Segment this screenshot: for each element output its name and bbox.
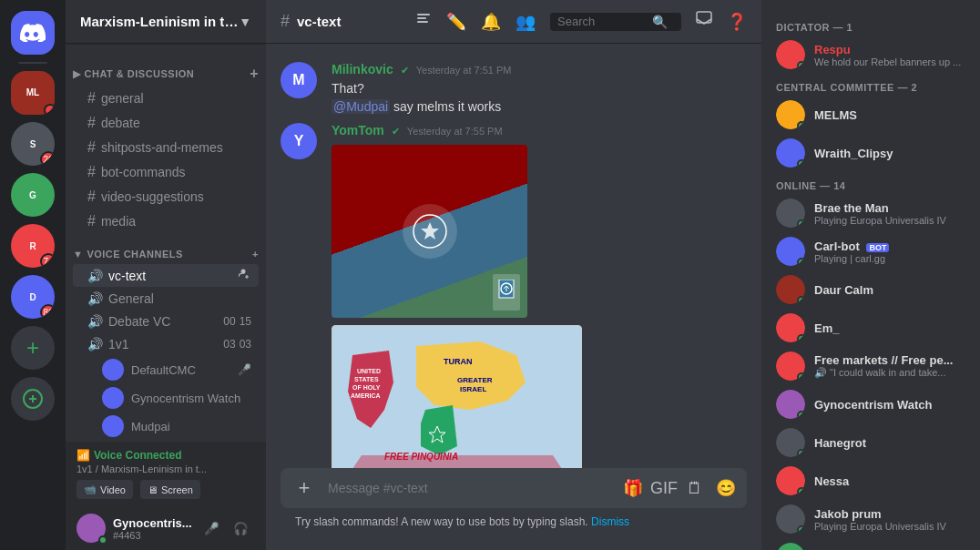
member-name-respu: Respu <box>814 43 965 56</box>
verified-icon: ✔ <box>401 65 409 76</box>
user-avatar <box>77 514 106 543</box>
gift-button[interactable]: 🎁 <box>619 474 647 502</box>
message-header-milinkovic: Milinkovic ✔ Yesterday at 7:51 PM <box>332 62 747 76</box>
channel-sidebar: Marxism-Leninism in the... ▼ ▶ CHAT & DI… <box>66 0 266 550</box>
member-info-hanegrot: Hanegrot <box>814 436 965 450</box>
message-milinkovic: M Milinkovic ✔ Yesterday at 7:51 PM That… <box>266 58 761 119</box>
voice-sub-defaultcmc[interactable]: DefaultCMC 🎤 <box>73 356 259 383</box>
main-content: # vc-text ✏️ 🔔 👥 🔍 ❓ M Milinko <box>266 0 761 550</box>
notification-threads-button[interactable] <box>415 11 432 32</box>
status-dot-em <box>797 334 805 342</box>
member-carlbot[interactable]: Carl-bot BOT Playing | carl.gg <box>769 233 973 270</box>
hash-icon: # <box>87 90 96 107</box>
avatar-wraith <box>776 138 805 168</box>
add-user-icon[interactable] <box>239 268 251 283</box>
member-status-respu: We hold our Rebel banners up ... <box>814 56 965 67</box>
members-button[interactable]: 👥 <box>516 12 536 32</box>
member-wraith[interactable]: Wraith_Clipsy <box>769 135 973 171</box>
members-category-online: ONLINE — 14 <box>769 173 973 195</box>
bell-button[interactable]: 🔔 <box>481 12 501 32</box>
channel-media[interactable]: # media <box>73 209 259 233</box>
server-icon-explore[interactable] <box>11 377 55 421</box>
category-chat[interactable]: ▶ CHAT & DISCUSSION + <box>66 51 266 86</box>
voice-channel-general[interactable]: 🔊 General <box>73 288 259 310</box>
member-info-respu: Respu We hold our Rebel banners up ... <box>814 43 965 67</box>
sticker-button[interactable]: 🗒 <box>681 474 709 502</box>
server-header[interactable]: Marxism-Leninism in the... ▼ <box>66 0 266 44</box>
channel-header: # vc-text ✏️ 🔔 👥 🔍 ❓ <box>266 0 761 44</box>
server-badge-count: 26 <box>40 151 55 166</box>
member-gyno[interactable]: Gynocentrism Watch <box>769 386 973 423</box>
channel-video-suggestions[interactable]: # video-suggestions <box>73 185 259 209</box>
member-free-markets[interactable]: Free markets // Free pe... 🔊 "I could wa… <box>769 348 973 384</box>
search-input[interactable] <box>557 15 648 28</box>
user-info: Gynocentris... #4463 <box>113 516 192 541</box>
message-add-button[interactable]: + <box>288 468 321 508</box>
server-icon-5[interactable]: D 86 <box>11 275 55 319</box>
member-daur[interactable]: Daur Calm <box>769 271 973 308</box>
voice-sub-mudpai[interactable]: Mudpai <box>73 412 259 440</box>
svg-text:OF HOLY: OF HOLY <box>352 384 381 391</box>
voice-actions: 📹 Video 🖥 Screen <box>77 480 255 499</box>
server-icon-3[interactable]: G <box>11 173 55 217</box>
member-name-free-markets: Free markets // Free pe... <box>814 353 965 367</box>
channel-general[interactable]: # general <box>73 87 259 110</box>
video-button[interactable]: 📹 Video <box>77 480 133 499</box>
voice-channel-vc-text[interactable]: 🔊 vc-text <box>73 264 259 287</box>
category-voice[interactable]: ▼ VOICE CHANNELS + <box>66 234 266 263</box>
gif-button[interactable]: GIF <box>650 474 678 502</box>
avatar-hanegrot <box>776 428 805 457</box>
member-info-carlbot: Carl-bot BOT Playing | carl.gg <box>814 239 965 264</box>
member-info-free-markets: Free markets // Free pe... 🔊 "I could wa… <box>814 353 965 379</box>
inbox-button[interactable] <box>696 11 712 32</box>
member-name-carlbot: Carl-bot BOT <box>814 239 965 253</box>
member-name-jakob: Jakob prum <box>814 507 965 521</box>
edit-button[interactable]: ✏️ <box>446 12 466 32</box>
deafen-button[interactable]: 🎧 <box>229 515 254 541</box>
member-hanegrot[interactable]: Hanegrot <box>769 424 973 461</box>
header-actions: ✏️ 🔔 👥 🔍 ❓ <box>415 11 747 32</box>
server-add-button[interactable]: + <box>11 326 55 370</box>
image-map-2: UNITED STATES OF HOLY AMERICA TURAN <box>332 325 582 468</box>
member-brae[interactable]: Brae the Man Playing Europa Universalis … <box>769 195 973 231</box>
member-milinkovic[interactable]: Milinkovic <box>769 539 973 550</box>
server-icon-2[interactable]: S 26 <box>11 122 55 166</box>
server-icon-ml[interactable]: ML <box>11 71 55 115</box>
add-voice-icon[interactable]: + <box>252 249 259 260</box>
member-respu[interactable]: Respu We hold our Rebel banners up ... <box>769 36 973 73</box>
server-divider <box>18 62 47 64</box>
dismiss-link[interactable]: Dismiss <box>591 515 629 528</box>
member-jakob[interactable]: Jakob prum Playing Europa Universalis IV <box>769 501 973 537</box>
server-icon-4[interactable]: R 74 <box>11 224 55 268</box>
emoji-button[interactable]: 😊 <box>712 474 740 502</box>
status-dot-brae <box>797 219 805 228</box>
message-input[interactable] <box>328 470 612 506</box>
channel-shitposts[interactable]: # shitposts-and-memes <box>73 136 259 159</box>
voice-sub-gyno[interactable]: Gynocentrism Watch <box>73 384 259 412</box>
svg-text:TURAN: TURAN <box>444 357 473 366</box>
channel-debate[interactable]: # debate <box>73 111 259 135</box>
hash-icon: # <box>87 115 96 131</box>
svg-rect-4 <box>417 21 428 23</box>
member-melms[interactable]: MELMS <box>769 97 973 133</box>
member-name-em: Em_ <box>814 321 965 335</box>
member-status-brae: Playing Europa Universalis IV <box>814 215 965 226</box>
message-text-milinkovic: That? @Mudpai say melms it works <box>332 80 747 116</box>
mute-button[interactable]: 🎤 <box>199 515 225 541</box>
help-button[interactable]: ❓ <box>727 12 747 32</box>
member-em[interactable]: Em_ <box>769 310 973 346</box>
voice-channel-debate[interactable]: 🔊 Debate VC 00 15 <box>73 311 259 332</box>
server-icon-discord[interactable] <box>11 11 55 55</box>
member-nessa[interactable]: Nessa <box>769 463 973 499</box>
screen-button[interactable]: 🖥 Screen <box>140 480 200 499</box>
status-dot-gyno <box>797 411 805 419</box>
voice-channel-1v1[interactable]: 🔊 1v1 03 03 <box>73 333 259 355</box>
add-channel-icon[interactable]: + <box>250 66 259 82</box>
user-name: Gynocentris... <box>113 516 192 530</box>
member-name-gyno: Gynocentrism Watch <box>814 398 965 412</box>
channel-bot-commands[interactable]: # bot-commands <box>73 160 259 184</box>
speaker-icon-4: 🔊 <box>87 337 103 351</box>
chevron-down-icon: ▼ <box>239 15 251 29</box>
voice-connected-label: 📶 Voice Connected <box>77 449 255 462</box>
search-bar[interactable]: 🔍 <box>550 13 681 31</box>
